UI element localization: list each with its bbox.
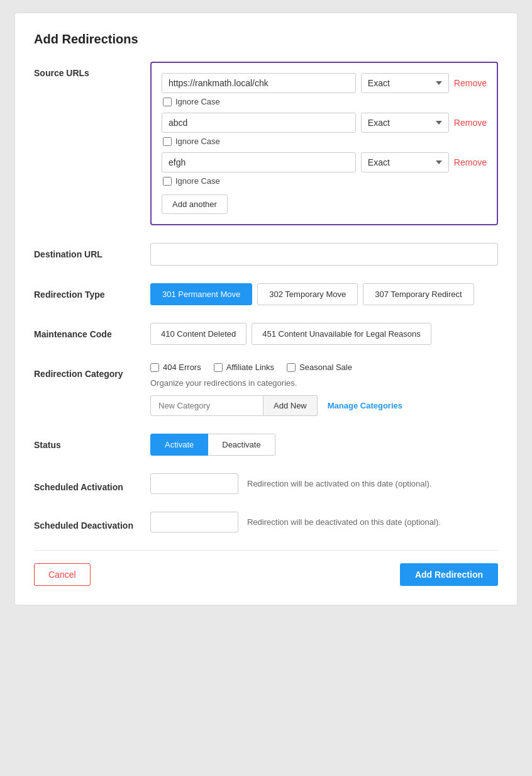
status-label: Status [34,434,150,450]
card-footer: Cancel Add Redirection [34,550,498,586]
cat-label-affiliate: Affiliate Links [226,363,274,372]
url-input-2[interactable] [162,113,356,133]
activate-button[interactable]: Activate [150,434,208,456]
ignore-case-row-3: Ignore Case [163,176,487,186]
scheduled-deactivation-row: Scheduled Deactivation Redirection will … [34,512,498,532]
match-select-2[interactable]: ExactContainsStarts WithEnds WithRegex [361,113,449,133]
scheduled-activation-row: Scheduled Activation Redirection will be… [34,473,498,494]
url-input-1[interactable] [162,73,356,93]
maintenance-code-label: Maintenance Code [34,323,150,339]
cat-check-affiliate: Affiliate Links [214,363,274,372]
redirection-type-group: 301 Permanent Move 302 Temporary Move 30… [150,283,498,305]
ignore-case-label-3: Ignore Case [175,176,220,186]
source-urls-row: Source URLs ExactContainsStarts WithEnds… [34,62,498,225]
add-redirection-button[interactable]: Add Redirection [400,563,498,586]
url-input-3[interactable] [162,152,356,172]
redirection-type-control: 301 Permanent Move 302 Temporary Move 30… [150,283,498,305]
ignore-case-row-1: Ignore Case [163,97,487,106]
source-urls-box: ExactContainsStarts WithEnds WithRegex R… [150,62,498,225]
new-category-input[interactable] [150,395,263,416]
maintenance-code-control: 410 Content Deleted 451 Content Unavaila… [150,323,498,345]
remove-btn-3[interactable]: Remove [454,157,487,167]
ignore-case-checkbox-3[interactable] [163,177,172,186]
deactivate-button[interactable]: Deactivate [208,434,275,456]
cancel-button[interactable]: Cancel [34,563,91,586]
category-checkboxes: 404 Errors Affiliate Links Seasonal Sale [150,363,498,372]
match-select-1[interactable]: ExactContainsStarts WithEnds WithRegex [361,73,449,93]
rtype-btn-307[interactable]: 307 Temporary Redirect [363,283,474,305]
add-another-button[interactable]: Add another [162,194,228,214]
destination-url-label: Destination URL [34,243,150,259]
url-entry-2: ExactContainsStarts WithEnds WithRegex R… [162,113,487,133]
add-redirections-card: Add Redirections Source URLs ExactContai… [14,13,518,605]
scheduled-activation-input[interactable] [150,473,238,494]
cat-check-seasonal: Seasonal Sale [287,363,352,372]
redirection-category-label: Redirection Category [34,363,150,379]
ignore-case-row-2: Ignore Case [163,137,487,146]
cat-label-seasonal: Seasonal Sale [299,363,352,372]
destination-url-row: Destination URL [34,243,498,266]
scheduled-deactivation-input[interactable] [150,512,238,532]
remove-btn-1[interactable]: Remove [454,78,487,88]
cat-check-404: 404 Errors [150,363,201,372]
mcode-btn-451[interactable]: 451 Content Unavailable for Legal Reason… [252,323,431,345]
rtype-btn-301[interactable]: 301 Permanent Move [150,283,252,305]
url-entry-1: ExactContainsStarts WithEnds WithRegex R… [162,73,487,93]
redirection-category-row: Redirection Category 404 Errors Affiliat… [34,363,498,416]
maintenance-code-group: 410 Content Deleted 451 Content Unavaila… [150,323,498,345]
scheduled-activation-hint: Redirection will be activated on this da… [247,479,431,488]
ignore-case-label-2: Ignore Case [175,137,220,146]
ignore-case-label-1: Ignore Case [175,97,220,106]
redirection-type-row: Redirection Type 301 Permanent Move 302 … [34,283,498,305]
status-row: Status Activate Deactivate [34,434,498,456]
page-title: Add Redirections [34,32,498,47]
status-control: Activate Deactivate [150,434,498,456]
destination-url-control [150,243,498,266]
rtype-btn-302[interactable]: 302 Temporary Move [257,283,358,305]
cat-label-404: 404 Errors [163,363,201,372]
scheduled-deactivation-hint: Redirection will be deactivated on this … [247,517,441,527]
cat-checkbox-seasonal[interactable] [287,363,296,372]
manage-categories-link[interactable]: Manage Categories [328,401,402,410]
scheduled-activation-control: Redirection will be activated on this da… [150,473,431,494]
scheduled-deactivation-label: Scheduled Deactivation [34,514,150,531]
ignore-case-checkbox-2[interactable] [163,137,172,146]
redirection-category-control: 404 Errors Affiliate Links Seasonal Sale… [150,363,498,416]
maintenance-code-row: Maintenance Code 410 Content Deleted 451… [34,323,498,345]
scheduled-activation-label: Scheduled Activation [34,476,150,492]
category-hint: Organize your redirections in categories… [150,378,498,388]
match-select-3[interactable]: ExactContainsStarts WithEnds WithRegex [361,152,449,172]
category-add-row: Add New Manage Categories [150,395,498,416]
destination-url-input[interactable] [150,243,498,266]
scheduled-deactivation-control: Redirection will be deactivated on this … [150,512,441,532]
url-entry-3: ExactContainsStarts WithEnds WithRegex R… [162,152,487,172]
source-urls-label: Source URLs [34,62,150,78]
remove-btn-2[interactable]: Remove [454,118,487,128]
cat-checkbox-affiliate[interactable] [214,363,223,372]
add-new-button[interactable]: Add New [263,395,318,416]
mcode-btn-410[interactable]: 410 Content Deleted [150,323,247,345]
cat-checkbox-404[interactable] [150,363,159,372]
redirection-type-label: Redirection Type [34,283,150,300]
ignore-case-checkbox-1[interactable] [163,98,172,106]
status-group: Activate Deactivate [150,434,498,456]
